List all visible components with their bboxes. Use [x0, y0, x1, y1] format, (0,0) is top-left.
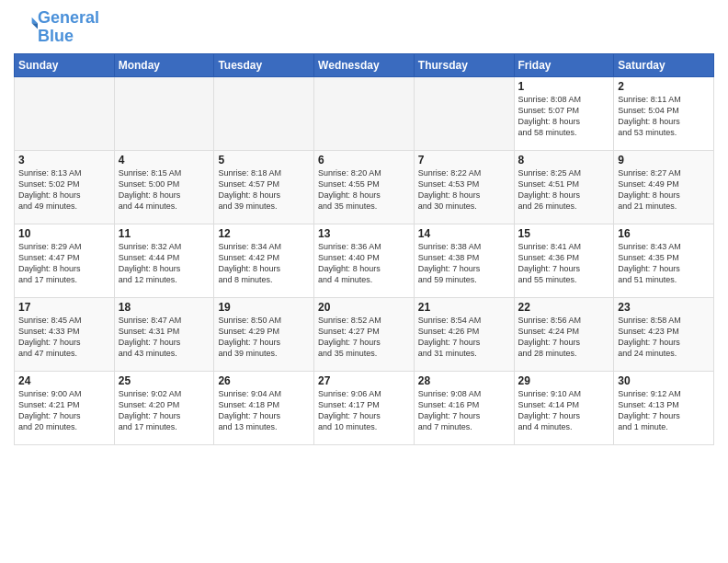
- day-number: 19: [218, 301, 310, 314]
- calendar-week-3: 17Sunrise: 8:45 AM Sunset: 4:33 PM Dayli…: [15, 297, 714, 371]
- day-number: 12: [218, 227, 310, 240]
- day-info: Sunrise: 9:12 AM Sunset: 4:13 PM Dayligh…: [618, 388, 710, 433]
- day-number: 15: [518, 227, 610, 240]
- logo-text: General Blue: [38, 9, 99, 46]
- calendar-cell: 1Sunrise: 8:08 AM Sunset: 5:07 PM Daylig…: [514, 76, 614, 150]
- calendar-week-2: 10Sunrise: 8:29 AM Sunset: 4:47 PM Dayli…: [15, 224, 714, 297]
- day-info: Sunrise: 8:36 AM Sunset: 4:40 PM Dayligh…: [318, 241, 410, 286]
- day-info: Sunrise: 8:22 AM Sunset: 4:53 PM Dayligh…: [418, 167, 510, 213]
- day-info: Sunrise: 8:56 AM Sunset: 4:24 PM Dayligh…: [518, 315, 610, 360]
- day-number: 1: [518, 80, 610, 93]
- header: General Blue: [14, 9, 714, 46]
- calendar-cell: 2Sunrise: 8:11 AM Sunset: 5:04 PM Daylig…: [614, 76, 714, 150]
- day-number: 29: [518, 374, 610, 387]
- day-number: 11: [119, 227, 210, 240]
- calendar-cell: [15, 76, 115, 150]
- calendar-week-1: 3Sunrise: 8:13 AM Sunset: 5:02 PM Daylig…: [15, 150, 714, 224]
- day-number: 4: [119, 154, 210, 167]
- calendar-cell: 9Sunrise: 8:27 AM Sunset: 4:49 PM Daylig…: [614, 150, 714, 224]
- day-header-friday: Friday: [514, 53, 614, 76]
- day-info: Sunrise: 9:06 AM Sunset: 4:17 PM Dayligh…: [318, 388, 410, 433]
- calendar-cell: 13Sunrise: 8:36 AM Sunset: 4:40 PM Dayli…: [314, 224, 415, 297]
- calendar-cell: 18Sunrise: 8:47 AM Sunset: 4:31 PM Dayli…: [114, 297, 214, 371]
- calendar-cell: 3Sunrise: 8:13 AM Sunset: 5:02 PM Daylig…: [15, 150, 115, 224]
- day-info: Sunrise: 8:13 AM Sunset: 5:02 PM Dayligh…: [18, 167, 110, 213]
- calendar-cell: 5Sunrise: 8:18 AM Sunset: 4:57 PM Daylig…: [214, 150, 314, 224]
- calendar-cell: 16Sunrise: 8:43 AM Sunset: 4:35 PM Dayli…: [614, 224, 714, 297]
- calendar-cell: 12Sunrise: 8:34 AM Sunset: 4:42 PM Dayli…: [214, 224, 314, 297]
- calendar-week-0: 1Sunrise: 8:08 AM Sunset: 5:07 PM Daylig…: [15, 76, 714, 150]
- day-number: 7: [418, 154, 510, 167]
- day-info: Sunrise: 8:52 AM Sunset: 4:27 PM Dayligh…: [318, 315, 410, 360]
- logo: General Blue: [14, 9, 99, 46]
- calendar-cell: 30Sunrise: 9:12 AM Sunset: 4:13 PM Dayli…: [614, 371, 714, 444]
- calendar-cell: [214, 76, 314, 150]
- calendar-week-4: 24Sunrise: 9:00 AM Sunset: 4:21 PM Dayli…: [15, 371, 714, 444]
- day-info: Sunrise: 8:18 AM Sunset: 4:57 PM Dayligh…: [218, 167, 310, 213]
- calendar-cell: 26Sunrise: 9:04 AM Sunset: 4:18 PM Dayli…: [214, 371, 314, 444]
- calendar-cell: 10Sunrise: 8:29 AM Sunset: 4:47 PM Dayli…: [15, 224, 115, 297]
- calendar-cell: 11Sunrise: 8:32 AM Sunset: 4:44 PM Dayli…: [114, 224, 214, 297]
- calendar-cell: [314, 76, 415, 150]
- day-info: Sunrise: 8:20 AM Sunset: 4:55 PM Dayligh…: [318, 167, 410, 213]
- calendar-cell: 24Sunrise: 9:00 AM Sunset: 4:21 PM Dayli…: [15, 371, 115, 444]
- day-number: 3: [18, 154, 110, 167]
- calendar-cell: 29Sunrise: 9:10 AM Sunset: 4:14 PM Dayli…: [514, 371, 614, 444]
- calendar-cell: 21Sunrise: 8:54 AM Sunset: 4:26 PM Dayli…: [414, 297, 514, 371]
- day-info: Sunrise: 8:38 AM Sunset: 4:38 PM Dayligh…: [418, 241, 510, 286]
- calendar-cell: 28Sunrise: 9:08 AM Sunset: 4:16 PM Dayli…: [414, 371, 514, 444]
- day-info: Sunrise: 9:04 AM Sunset: 4:18 PM Dayligh…: [218, 388, 310, 433]
- day-info: Sunrise: 8:54 AM Sunset: 4:26 PM Dayligh…: [418, 315, 510, 360]
- day-number: 6: [318, 154, 410, 167]
- day-number: 14: [418, 227, 510, 240]
- calendar-cell: 19Sunrise: 8:50 AM Sunset: 4:29 PM Dayli…: [214, 297, 314, 371]
- day-number: 17: [18, 301, 110, 314]
- day-header-saturday: Saturday: [614, 53, 714, 76]
- day-number: 24: [18, 374, 110, 387]
- day-info: Sunrise: 8:11 AM Sunset: 5:04 PM Dayligh…: [618, 94, 710, 139]
- day-info: Sunrise: 8:43 AM Sunset: 4:35 PM Dayligh…: [618, 241, 710, 286]
- day-number: 28: [418, 374, 510, 387]
- day-number: 22: [518, 301, 610, 314]
- day-number: 25: [119, 374, 210, 387]
- calendar-cell: 7Sunrise: 8:22 AM Sunset: 4:53 PM Daylig…: [414, 150, 514, 224]
- day-info: Sunrise: 9:00 AM Sunset: 4:21 PM Dayligh…: [18, 388, 110, 433]
- calendar: SundayMondayTuesdayWednesdayThursdayFrid…: [14, 53, 714, 445]
- day-info: Sunrise: 8:27 AM Sunset: 4:49 PM Dayligh…: [618, 167, 710, 213]
- day-number: 8: [518, 154, 610, 167]
- day-info: Sunrise: 9:08 AM Sunset: 4:16 PM Dayligh…: [418, 388, 510, 433]
- day-info: Sunrise: 8:32 AM Sunset: 4:44 PM Dayligh…: [119, 241, 210, 286]
- day-number: 18: [119, 301, 210, 314]
- day-header-tuesday: Tuesday: [214, 53, 314, 76]
- calendar-cell: 8Sunrise: 8:25 AM Sunset: 4:51 PM Daylig…: [514, 150, 614, 224]
- day-number: 16: [618, 227, 710, 240]
- day-info: Sunrise: 8:50 AM Sunset: 4:29 PM Dayligh…: [218, 315, 310, 360]
- calendar-cell: 14Sunrise: 8:38 AM Sunset: 4:38 PM Dayli…: [414, 224, 514, 297]
- day-number: 23: [618, 301, 710, 314]
- day-header-sunday: Sunday: [15, 53, 115, 76]
- day-number: 20: [318, 301, 410, 314]
- day-number: 27: [318, 374, 410, 387]
- calendar-cell: 27Sunrise: 9:06 AM Sunset: 4:17 PM Dayli…: [314, 371, 415, 444]
- day-info: Sunrise: 8:45 AM Sunset: 4:33 PM Dayligh…: [18, 315, 110, 360]
- calendar-cell: 22Sunrise: 8:56 AM Sunset: 4:24 PM Dayli…: [514, 297, 614, 371]
- calendar-cell: [414, 76, 514, 150]
- calendar-cell: 15Sunrise: 8:41 AM Sunset: 4:36 PM Dayli…: [514, 224, 614, 297]
- calendar-cell: 25Sunrise: 9:02 AM Sunset: 4:20 PM Dayli…: [114, 371, 214, 444]
- day-header-wednesday: Wednesday: [314, 53, 415, 76]
- day-info: Sunrise: 8:25 AM Sunset: 4:51 PM Dayligh…: [518, 167, 610, 213]
- calendar-cell: 23Sunrise: 8:58 AM Sunset: 4:23 PM Dayli…: [614, 297, 714, 371]
- calendar-cell: 6Sunrise: 8:20 AM Sunset: 4:55 PM Daylig…: [314, 150, 415, 224]
- day-info: Sunrise: 9:02 AM Sunset: 4:20 PM Dayligh…: [119, 388, 210, 433]
- calendar-cell: 20Sunrise: 8:52 AM Sunset: 4:27 PM Dayli…: [314, 297, 415, 371]
- day-number: 5: [218, 154, 310, 167]
- day-number: 21: [418, 301, 510, 314]
- day-number: 10: [18, 227, 110, 240]
- calendar-cell: 4Sunrise: 8:15 AM Sunset: 5:00 PM Daylig…: [114, 150, 214, 224]
- day-number: 30: [618, 374, 710, 387]
- day-info: Sunrise: 9:10 AM Sunset: 4:14 PM Dayligh…: [518, 388, 610, 433]
- day-info: Sunrise: 8:58 AM Sunset: 4:23 PM Dayligh…: [618, 315, 710, 360]
- day-info: Sunrise: 8:15 AM Sunset: 5:00 PM Dayligh…: [119, 167, 210, 213]
- day-info: Sunrise: 8:41 AM Sunset: 4:36 PM Dayligh…: [518, 241, 610, 286]
- day-header-thursday: Thursday: [414, 53, 514, 76]
